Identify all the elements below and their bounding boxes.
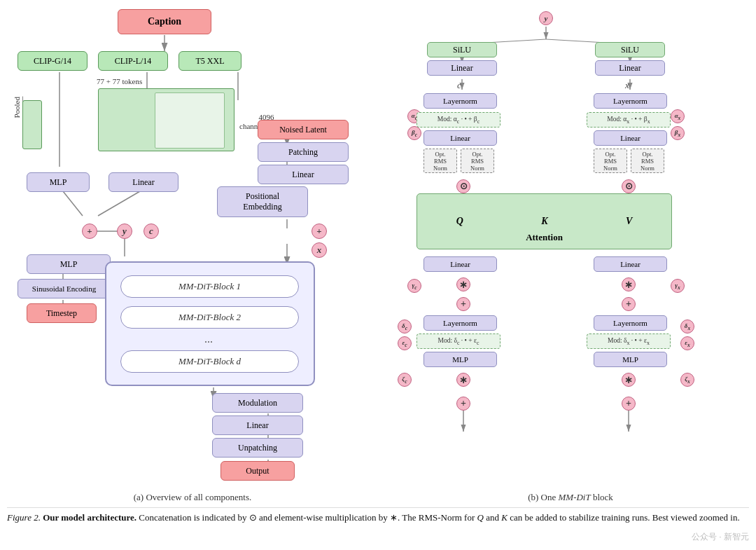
modulation-label: Modulation: [238, 398, 277, 408]
x-label: x: [625, 80, 629, 91]
v-label: V: [626, 216, 632, 227]
opt-rms-right1-box: Opt.RMSNorm: [594, 149, 627, 173]
delta-x-circle: δx: [680, 319, 694, 334]
beta-x-circle: βx: [671, 126, 685, 140]
positional-embedding-box: Positional Embedding: [217, 186, 308, 217]
modulation-box: Modulation: [212, 393, 303, 413]
sinusoidal-box: Sinusoidal Encoding: [18, 279, 111, 298]
linear-left-label: Linear: [132, 177, 154, 188]
timestep-label: Timestep: [46, 308, 77, 319]
noised-latent-box: Noised Latent: [258, 120, 349, 139]
right-panel: y SiLU Linear SiLU Linear c: [378, 6, 749, 489]
q-label: Q: [456, 216, 463, 227]
mlp1-box: MLP: [27, 172, 90, 192]
layernorm-left2-box: Layernorm: [424, 315, 497, 331]
c-label: c: [457, 80, 461, 91]
attention-label: Attention: [417, 232, 671, 243]
plus3-left-circle: +: [456, 397, 470, 411]
opt-rms-right2-box: Opt.RMSNorm: [631, 149, 664, 173]
star-left-circle: ∗: [456, 277, 470, 291]
alpha-x-circle: αx: [671, 109, 685, 123]
tokens-label: 77 + 77 tokens: [97, 77, 142, 85]
clip-l14-box: CLIP-L/14: [98, 51, 168, 71]
linear-left-top-box: Linear: [427, 60, 497, 76]
right-diagram: y SiLU Linear SiLU Linear c: [378, 6, 714, 482]
mlp2-label: MLP: [60, 259, 78, 270]
c-circle: c: [144, 224, 159, 239]
beta-c-circle: βc: [407, 126, 421, 140]
x-circle: x: [312, 242, 327, 258]
watermark: 公众号 · 新智元: [692, 531, 749, 543]
token-inner: [155, 92, 225, 149]
output-label: Output: [246, 466, 269, 476]
gamma-x-circle: γx: [671, 279, 685, 293]
diagrams-row: Caption CLIP-G/14 CLIP-L/14 T5 XXL 77 + …: [7, 6, 749, 489]
mod-left2-box: Mod: δc · • + εc: [416, 334, 500, 349]
silu-left-box: SiLU: [427, 42, 497, 57]
epsilon-x-circle: εx: [680, 336, 694, 350]
unpatching-box: Unpatching: [212, 438, 303, 458]
linear-right1-box: Linear: [594, 130, 667, 146]
linear-left-box: Linear: [108, 172, 178, 192]
t5xxl-box: T5 XXL: [178, 51, 241, 71]
t5xxl-label: T5 XXL: [196, 56, 225, 67]
odot-right-circle: ⊙: [622, 179, 636, 193]
epsilon-c-circle: εc: [398, 336, 412, 350]
mlp-left-box: MLP: [424, 352, 497, 367]
zeta-c-circle: ζc: [398, 373, 412, 387]
mlp1-label: MLP: [50, 177, 67, 188]
mmdit-block2: MM-DiT-Block 2: [120, 306, 299, 329]
y-top-node: y: [539, 11, 553, 25]
linear-right-top-box: Linear: [258, 165, 349, 184]
linear-right-top-label: Linear: [292, 170, 314, 180]
star-right-circle: ∗: [622, 277, 636, 291]
mod-left1-box: Mod: αc · • + βc: [416, 112, 500, 128]
caption-label: Caption: [148, 16, 181, 27]
sinusoidal-label: Sinusoidal Encoding: [32, 284, 96, 293]
figure-description: Figure 2. Our model architecture. Concat…: [7, 507, 749, 525]
linear-left2-box: Linear: [424, 256, 497, 272]
mmdit-container: MM-DiT-Block 1 MM-DiT-Block 2 ... MM-DiT…: [105, 261, 315, 386]
svg-line-9: [98, 191, 140, 216]
linear-right2-box: Linear: [594, 256, 667, 272]
token-area: [98, 88, 234, 151]
layernorm-left1-box: Layernorm: [424, 93, 497, 109]
figure-captions: (a) Overview of all components. (b) One …: [7, 489, 749, 504]
output-box: Output: [220, 461, 295, 481]
plus-left-circle: +: [456, 297, 470, 311]
linear-left1-box: Linear: [424, 130, 497, 146]
positional-embedding-label: Positional Embedding: [243, 191, 281, 212]
left-sub-caption: (a) Overview of all components.: [7, 492, 378, 503]
svg-line-10: [63, 191, 83, 216]
mlp2-box: MLP: [27, 254, 111, 274]
gamma-c-circle: γc: [407, 279, 421, 293]
timestep-box: Timestep: [27, 303, 97, 323]
unpatching-label: Unpatching: [238, 443, 277, 453]
silu-right-box: SiLU: [595, 42, 665, 57]
plus1-circle: +: [82, 224, 97, 239]
noised-latent-label: Noised Latent: [279, 125, 327, 135]
zeta-x-circle: ζx: [680, 373, 694, 387]
opt-rms-left1-box: Opt.RMSNorm: [424, 149, 457, 173]
delta-c-circle: δc: [398, 319, 412, 334]
main-container: Caption CLIP-G/14 CLIP-L/14 T5 XXL 77 + …: [0, 0, 756, 530]
clip-l14-label: CLIP-L/14: [115, 56, 152, 67]
linear-right-top-box: Linear: [595, 60, 665, 76]
bottom-arrows: [378, 411, 714, 439]
mmdit-block-d: MM-DiT-Block d: [120, 350, 299, 373]
y-top-label: y: [545, 14, 548, 22]
mmdit-block1: MM-DiT-Block 1: [120, 275, 299, 298]
clip-g14-label: CLIP-G/14: [34, 56, 71, 67]
plus-right-circle: +: [622, 297, 636, 311]
plus2-circle: +: [312, 224, 327, 239]
opt-rms-left2-box: Opt.RMSNorm: [461, 149, 494, 173]
star2-left-circle: ∗: [456, 373, 470, 387]
clip-g14-box: CLIP-G/14: [18, 51, 88, 71]
left-panel: Caption CLIP-G/14 CLIP-L/14 T5 XXL 77 + …: [7, 6, 378, 489]
star2-right-circle: ∗: [622, 373, 636, 387]
attention-block: Q K V Attention: [416, 193, 672, 249]
plus3-right-circle: +: [622, 397, 636, 411]
k-label: K: [541, 216, 547, 227]
right-sub-caption: (b) One MM-DiT block: [392, 492, 749, 503]
pooled-box: [22, 100, 42, 149]
